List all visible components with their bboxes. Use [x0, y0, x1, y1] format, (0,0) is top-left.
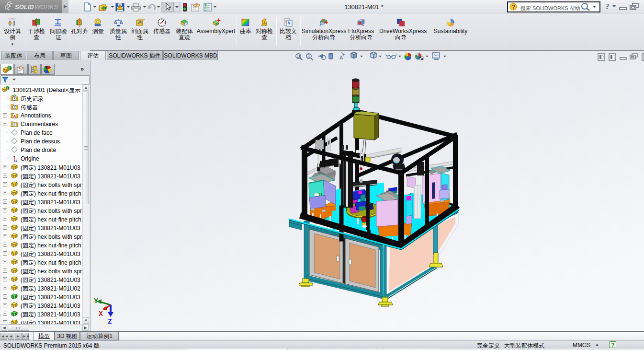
svg-text:Z: Z — [108, 318, 112, 326]
svg-text:!: ! — [263, 20, 265, 24]
svg-text:A: A — [339, 55, 343, 60]
svg-text:X: X — [99, 310, 103, 318]
svg-text:?: ? — [512, 4, 515, 11]
svg-text:Y: Y — [94, 297, 98, 305]
svg-text:SOLID: SOLID — [15, 3, 34, 11]
svg-text:WORKS: WORKS — [34, 3, 58, 11]
svg-text:?: ? — [605, 2, 610, 11]
